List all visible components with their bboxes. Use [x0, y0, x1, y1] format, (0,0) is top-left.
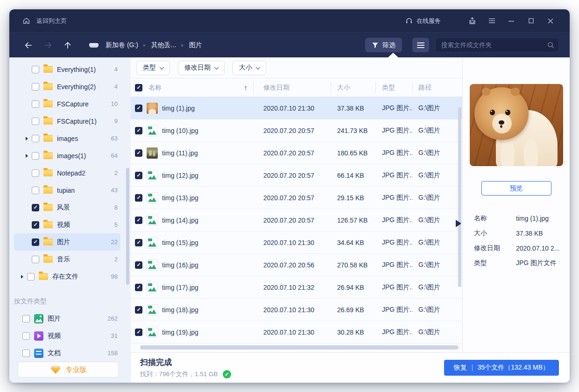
sidebar-folder-item[interactable]: FSCapture10	[9, 95, 131, 112]
table-row[interactable]: timg (10).jpg2020.07.20 20:57241.73 KBJP…	[131, 119, 462, 142]
forward-arrow-icon[interactable]	[42, 39, 54, 51]
horizontal-scrollbar[interactable]	[140, 345, 459, 350]
table-row[interactable]: timg (18).jpg2020.07.10 21:3026.69 KBJPG…	[131, 299, 462, 321]
expand-arrow-icon[interactable]	[21, 275, 27, 279]
file-type-section-label: 按文件类型	[14, 297, 131, 306]
sidebar-type-item[interactable]: 文档158	[9, 344, 131, 362]
table-row[interactable]: timg (19).jpg2020.07.10 21:3030.28 KBJPG…	[131, 321, 462, 343]
row-checkbox[interactable]	[135, 217, 142, 224]
sidebar-folder-item[interactable]: 音乐2	[9, 251, 131, 268]
folder-checkbox[interactable]	[32, 238, 39, 246]
search-icon[interactable]	[547, 41, 555, 51]
folder-label: Everything(2)	[57, 83, 111, 91]
filter-button[interactable]: 筛选	[365, 38, 402, 52]
row-checkbox[interactable]	[135, 149, 142, 157]
header-path-cell[interactable]: 路径	[412, 78, 462, 97]
pro-version-button[interactable]: 专业版	[18, 362, 119, 378]
row-checkbox[interactable]	[135, 105, 142, 112]
collapse-panel-icon[interactable]	[456, 220, 461, 227]
row-checkbox[interactable]	[135, 127, 142, 134]
sidebar-folder-item[interactable]: 风景8	[9, 199, 131, 216]
recover-button[interactable]: 恢复 35个文件（132.43 MB）	[444, 360, 559, 376]
folder-checkbox[interactable]	[32, 100, 39, 108]
filter-chip[interactable]: 类型	[136, 61, 170, 75]
folder-checkbox[interactable]	[32, 221, 39, 229]
expand-arrow-icon[interactable]	[26, 154, 32, 158]
header-date-cell[interactable]: 修改日期	[253, 78, 331, 97]
sidebar-folder-item[interactable]: FSCapture(1)9	[9, 112, 131, 130]
folder-checkbox[interactable]	[32, 66, 39, 73]
search-input[interactable]	[435, 38, 559, 52]
preview-image[interactable]	[470, 84, 563, 166]
type-checkbox[interactable]	[22, 315, 30, 322]
file-size-cell: 30.28 KB	[331, 321, 375, 343]
filter-chip[interactable]: 大小	[233, 61, 266, 75]
filter-chip[interactable]: 修改日期	[178, 61, 225, 75]
back-arrow-icon[interactable]	[22, 39, 35, 51]
folder-checkbox[interactable]	[32, 204, 39, 211]
view-options-button[interactable]	[412, 38, 429, 52]
type-checkbox[interactable]	[22, 332, 30, 340]
header-size-cell[interactable]: 大小	[331, 78, 375, 97]
close-icon[interactable]	[544, 14, 558, 28]
folder-checkbox[interactable]	[32, 187, 39, 194]
sidebar-folder-item[interactable]: Notepad22	[9, 164, 131, 182]
folder-checkbox[interactable]	[32, 118, 39, 125]
sidebar-folder-item[interactable]: tupian43	[9, 182, 131, 199]
folder-checkbox[interactable]	[32, 152, 39, 160]
header-type-cell[interactable]: 类型	[375, 78, 412, 97]
breadcrumb-item[interactable]: 新加卷 (G:)	[104, 41, 140, 49]
folder-checkbox[interactable]	[32, 135, 39, 142]
table-row[interactable]: timg (17).jpg2020.07.10 21:3226.94 KBJPG…	[131, 276, 462, 299]
file-name-cell: timg (14).jpg	[131, 209, 253, 231]
minimize-icon[interactable]	[504, 14, 518, 28]
row-checkbox[interactable]	[135, 261, 142, 269]
online-service-button[interactable]: 在线服务	[405, 17, 441, 25]
sidebar-folder-item[interactable]: images63	[9, 130, 131, 147]
table-row[interactable]: timg (11).jpg2020.07.20 20:57180.65 KBJP…	[131, 142, 462, 164]
row-checkbox[interactable]	[135, 306, 142, 314]
table-row[interactable]: timg (12).jpg2020.07.20 20:5766.14 KBJPG…	[131, 164, 462, 187]
folder-checkbox[interactable]	[32, 83, 39, 91]
preview-button[interactable]: 预览	[481, 181, 551, 196]
menu-icon[interactable]	[485, 14, 499, 28]
row-checkbox[interactable]	[135, 194, 142, 202]
header-type-label: 类型	[382, 84, 395, 92]
sidebar-type-item[interactable]: 图片262	[9, 310, 131, 327]
sidebar-folder-item[interactable]: Everything(1)4	[9, 61, 131, 78]
folder-checkbox[interactable]	[32, 256, 39, 263]
detail-label: 大小	[474, 229, 516, 238]
sort-ascending-icon[interactable]	[244, 84, 248, 91]
sidebar-folder-item[interactable]: 视频5	[9, 216, 131, 233]
row-checkbox[interactable]	[135, 329, 142, 336]
table-row[interactable]: timg (13).jpg2020.07.20 20:5729.15 KBJPG…	[131, 187, 462, 209]
breadcrumb-item[interactable]: 其他丢...	[149, 41, 178, 49]
select-all-checkbox[interactable]	[135, 84, 142, 91]
sidebar-type-item[interactable]: 视频31	[9, 327, 131, 344]
table-row[interactable]: timg (1).jpg2020.07.10 21:3037.38 KBJPG …	[131, 97, 462, 119]
sidebar-scrollbar[interactable]	[126, 168, 129, 285]
file-type-cell: JPG 图片...	[375, 299, 412, 321]
sidebar-folder-item[interactable]: 图片22	[14, 233, 120, 251]
folder-icon	[43, 238, 53, 245]
row-checkbox[interactable]	[135, 284, 142, 291]
sidebar-folder-item[interactable]: images(1)64	[9, 147, 131, 164]
table-row[interactable]: timg (15).jpg2020.07.10 21:3034.64 KBJPG…	[131, 231, 462, 254]
share-icon[interactable]	[465, 14, 479, 28]
row-checkbox[interactable]	[135, 239, 142, 246]
row-checkbox[interactable]	[135, 172, 142, 179]
sidebar-folder-item[interactable]: 存在文件98	[9, 268, 131, 285]
vertical-scrollbar[interactable]	[458, 107, 461, 287]
sidebar-folder-item[interactable]: Everything(2)4	[9, 78, 131, 95]
back-to-home-button[interactable]: 返回到主页	[22, 17, 67, 25]
type-checkbox[interactable]	[22, 350, 30, 357]
maximize-icon[interactable]	[524, 14, 538, 28]
up-arrow-icon[interactable]	[62, 39, 74, 51]
table-row[interactable]: timg (16).jpg2020.07.20 20:56270.58 KBJP…	[131, 254, 462, 276]
header-name-cell[interactable]: 名称	[131, 78, 253, 97]
folder-checkbox[interactable]	[27, 273, 35, 280]
breadcrumb-item[interactable]: 图片	[187, 41, 204, 49]
expand-arrow-icon[interactable]	[26, 137, 32, 140]
folder-checkbox[interactable]	[32, 169, 39, 177]
table-row[interactable]: timg (14).jpg2020.07.20 20:57126.57 KBJP…	[131, 209, 462, 231]
